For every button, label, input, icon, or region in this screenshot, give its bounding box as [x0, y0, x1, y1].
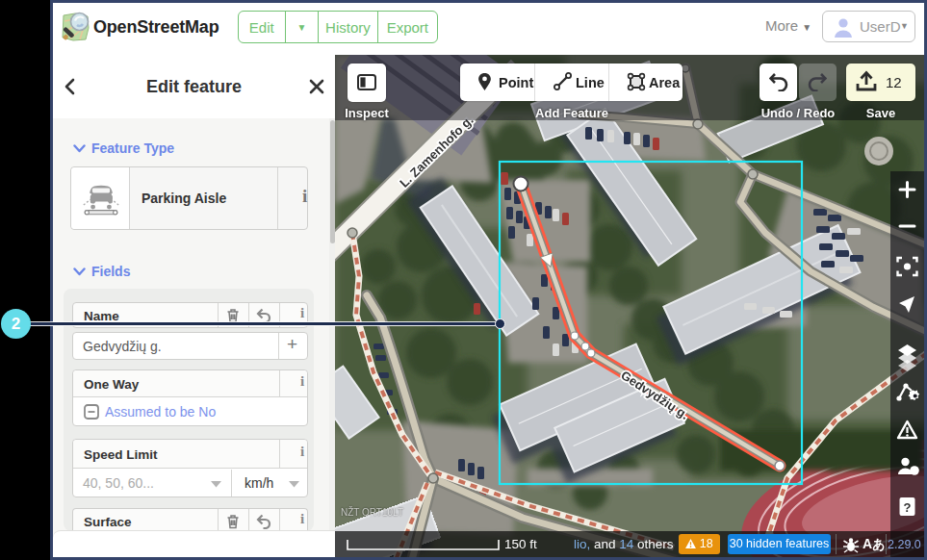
- svg-text:?: ?: [904, 500, 912, 515]
